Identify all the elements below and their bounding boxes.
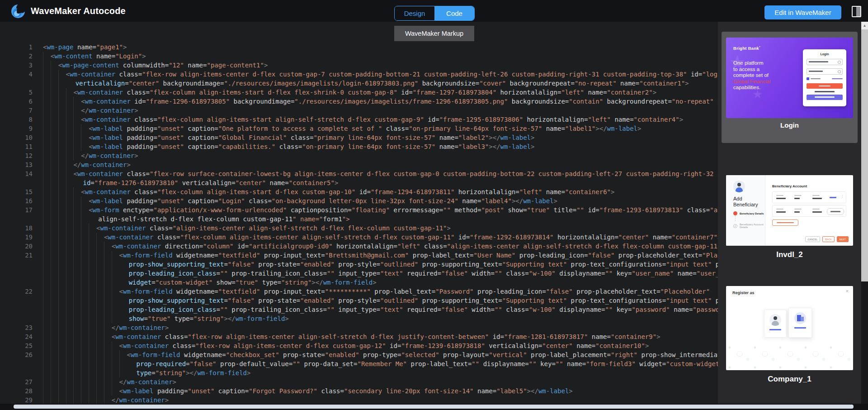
page-caption-invdl2: Invdl_2: [718, 250, 861, 259]
code-editor[interactable]: 1<wm-page name="page1">2<wm-content name…: [0, 22, 718, 404]
code-line: 22<wm-form-field widgetname="textfield" …: [0, 287, 718, 296]
building-icon: [794, 312, 806, 324]
code-line: 15<wm-container class="flex-column align…: [0, 187, 718, 196]
design-code-toggle: Design Code: [394, 6, 475, 21]
person-avatar-icon: [769, 314, 781, 326]
code-line: 10<wm-label padding="unset" caption="Glo…: [0, 133, 718, 142]
link-skeleton: [830, 197, 836, 198]
cancel-button: CANCEL: [805, 236, 820, 242]
code-line: 6<wm-container id="frame-1296-618973805"…: [0, 97, 718, 106]
kebab-menu-icon: ⋮: [841, 195, 844, 198]
code-line: prop-show_supporting_text="false" prop-s…: [0, 296, 718, 305]
markup-tooltip: WaveMaker Markup: [394, 26, 474, 41]
step-number-icon: 2: [733, 224, 737, 228]
line-number: 10: [0, 133, 33, 142]
add-beneficiary-button-skeleton: [772, 219, 798, 226]
line-number: [0, 368, 33, 377]
page-card-login[interactable]: ★ ★ Bright Bank* One platform to access …: [722, 32, 858, 143]
page-caption-company1: Company_1: [718, 375, 861, 384]
line-number: 28: [0, 386, 33, 396]
horizontal-scrollbar[interactable]: [0, 404, 868, 410]
wavemaker-logo-icon: [11, 3, 26, 19]
edit-in-wavemaker-button[interactable]: Edit in WaveMaker: [764, 5, 841, 19]
code-line: 12</wm-container>: [0, 151, 718, 160]
back-button: BACK: [822, 236, 834, 242]
line-number: 1: [0, 43, 33, 52]
vertical-scrollbar[interactable]: ▲: [861, 22, 868, 404]
code-line: 14<wm-container class="flex-row surface-…: [0, 169, 718, 178]
code-line: type="string"></wm-form-field>: [0, 368, 718, 377]
individual-option-card: [764, 310, 787, 338]
username-input-skeleton: [807, 59, 843, 65]
forgot-link-skeleton: [832, 78, 843, 80]
page-card-company1[interactable]: Register as ×: [726, 286, 853, 370]
line-number: 4: [0, 70, 33, 79]
code-line: 19<wm-container class="flex-column align…: [0, 233, 718, 242]
code-line: 18<wm-container class="align-items-cente…: [0, 224, 718, 233]
line-number: [0, 314, 33, 323]
next-button: NEXT: [837, 236, 849, 242]
step-connector: [735, 216, 736, 221]
brand: WaveMaker Autocode: [11, 3, 126, 19]
page-caption-login: Login: [722, 121, 858, 129]
line-number: [0, 296, 33, 305]
code-line: 5<wm-container class="flex-column align-…: [0, 88, 718, 97]
horizontal-scrollbar-thumb[interactable]: [14, 405, 854, 409]
line-number: 14: [0, 169, 33, 178]
brand-logo-text: Bright Bank*: [733, 46, 760, 51]
line-number: 24: [0, 332, 33, 341]
page-card-invdl2[interactable]: Add Beneficiary Beneficiary Details 2 Be…: [726, 175, 853, 246]
line-number: 13: [0, 160, 33, 169]
add-beneficiary-title: Add Beneficiary: [733, 196, 758, 208]
code-line: 7</wm-container>: [0, 106, 718, 115]
code-line: 29</wm-container>: [0, 396, 718, 404]
code-line: 23</wm-container>: [0, 323, 718, 332]
line-number: 23: [0, 323, 33, 332]
code-line: prop-leading_icon_class="" prop-trailing…: [0, 269, 718, 278]
code-line: 3<wm-page-content columnwidth="12" name=…: [0, 61, 718, 70]
line-number: 16: [0, 196, 33, 205]
top-bar: WaveMaker Autocode Design Code Edit in W…: [0, 0, 868, 22]
panel-toggle-icon[interactable]: [852, 6, 861, 17]
line-number: [0, 278, 33, 287]
line-number: 3: [0, 61, 33, 70]
code-line: 9<wm-label padding="unset" caption="One …: [0, 124, 718, 133]
code-line: 28<wm-label padding="unset" caption="For…: [0, 386, 718, 396]
line-number: 11: [0, 142, 33, 151]
line-number: 19: [0, 233, 33, 242]
login-thumbnail: ★ ★ Bright Bank* One platform to access …: [726, 38, 853, 118]
vertical-scrollbar-thumb[interactable]: [861, 29, 868, 281]
individual-label-skeleton: [769, 329, 781, 330]
code-line: 1<wm-page name="page1">: [0, 43, 718, 52]
avatar-icon: [733, 181, 745, 192]
code-toggle-button[interactable]: Code: [434, 6, 474, 20]
line-number: 8: [0, 115, 33, 124]
login-headline: One platform to access a complete set of…: [733, 60, 770, 91]
line-number: 20: [0, 242, 33, 251]
code-line: id="frame-1276-618973810" verticalalign=…: [0, 178, 718, 187]
step-1: Beneficiary Details: [733, 211, 764, 215]
line-number: 22: [0, 287, 33, 296]
login-button-skeleton: [807, 83, 843, 89]
register-as-title: Register as: [732, 291, 755, 295]
line-number: 15: [0, 187, 33, 196]
pages-sidebar: ★ ★ Bright Bank* One platform to access …: [718, 22, 861, 404]
line-number: [0, 178, 33, 187]
beneficiary-row: ⋮: [772, 191, 846, 203]
login-card-title: Login: [807, 52, 843, 56]
design-toggle-button[interactable]: Design: [395, 6, 434, 20]
wizard-left-panel: Add Beneficiary Beneficiary Details 2 Be…: [726, 175, 765, 246]
password-input-skeleton: [807, 68, 843, 75]
line-number: 21: [0, 251, 33, 260]
line-number: 26: [0, 350, 33, 359]
pill-button-skeleton: [827, 208, 844, 215]
eye-icon: [838, 70, 841, 73]
line-number: [0, 260, 33, 269]
scrollbar-up-arrow[interactable]: ▲: [861, 22, 868, 29]
code-line: 21<wm-form-field widgetname="textfield" …: [0, 251, 718, 260]
code-line: align-self-stretch d-flex flex-column cu…: [0, 215, 718, 224]
signup-text-skeleton: [815, 91, 835, 92]
login-form-card: Login: [803, 49, 846, 106]
line-number: 7: [0, 106, 33, 115]
line-number: 9: [0, 124, 33, 133]
